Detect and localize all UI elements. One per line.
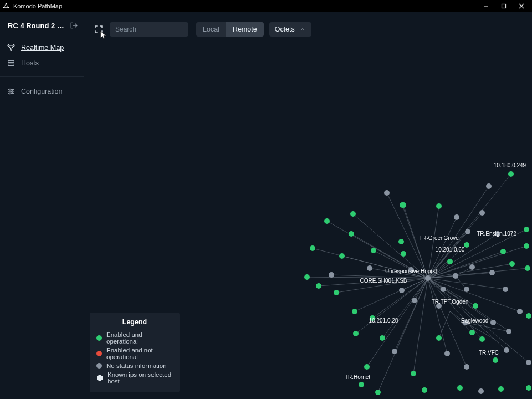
graph-node[interactable] xyxy=(316,283,321,289)
svg-line-31 xyxy=(382,278,428,338)
graph-node[interactable] xyxy=(465,229,470,234)
exit-icon[interactable] xyxy=(69,21,78,30)
graph-node-label: TR-GreenGrove xyxy=(419,235,459,241)
graph-node[interactable] xyxy=(486,183,492,189)
graph-node[interactable] xyxy=(401,202,406,208)
window-minimize-button[interactable] xyxy=(478,1,494,12)
graph-node[interactable] xyxy=(392,349,397,354)
graph-node[interactable] xyxy=(412,298,417,303)
graph-node[interactable] xyxy=(399,288,405,293)
graph-node[interactable] xyxy=(350,211,356,217)
graph-node[interactable] xyxy=(398,239,404,244)
graph-node[interactable] xyxy=(517,309,523,314)
svg-point-8 xyxy=(13,45,14,47)
graph-node[interactable] xyxy=(469,330,475,335)
mode-local-button[interactable]: Local xyxy=(196,22,226,37)
sidebar-item-configuration[interactable]: Configuration xyxy=(0,84,84,99)
legend-panel: Legend Enabled and operational Enabled a… xyxy=(90,313,180,392)
graph-node[interactable] xyxy=(304,274,310,280)
graph-node-label: CORE.SH001.KSB xyxy=(360,278,407,284)
graph-node[interactable] xyxy=(526,360,531,365)
svg-line-35 xyxy=(378,278,428,392)
graph-node[interactable] xyxy=(411,371,416,376)
graph-node[interactable] xyxy=(464,364,469,370)
svg-point-17 xyxy=(9,93,11,94)
mode-toggle: Local Remote xyxy=(196,22,264,37)
legend-title: Legend xyxy=(96,318,173,326)
graph-node[interactable] xyxy=(453,273,458,279)
dot-green-icon xyxy=(96,335,102,341)
graph-node[interactable] xyxy=(526,385,531,391)
graph-node[interactable] xyxy=(498,386,504,392)
legend-row-not-operational: Enabled and not operational xyxy=(96,346,173,361)
graph-node[interactable] xyxy=(324,218,330,224)
graph-node[interactable] xyxy=(478,388,484,394)
graph-node[interactable] xyxy=(457,385,463,391)
graph-node[interactable] xyxy=(464,287,469,292)
graph-node[interactable] xyxy=(371,248,376,253)
graph-node[interactable] xyxy=(384,190,390,196)
graph-node-label: TR.TPT.Ogden xyxy=(432,299,469,305)
graph-node[interactable] xyxy=(436,335,442,341)
graph-node[interactable] xyxy=(489,270,495,275)
graph-node[interactable] xyxy=(359,382,364,387)
graph-node[interactable] xyxy=(524,243,529,249)
graph-node[interactable] xyxy=(380,335,385,341)
graph-node[interactable] xyxy=(329,272,334,278)
graph-node[interactable] xyxy=(441,287,446,292)
hosts-icon xyxy=(7,59,16,68)
graph-node[interactable] xyxy=(504,347,509,353)
window-close-button[interactable] xyxy=(513,1,530,12)
window-titlebar: Komodo PathMap xyxy=(0,0,532,12)
graph-node[interactable] xyxy=(352,309,357,314)
graph-node[interactable] xyxy=(436,203,442,209)
search-input[interactable] xyxy=(110,22,188,37)
graph-node[interactable] xyxy=(490,320,496,325)
sidebar-item-realtime-map[interactable]: Realtime Map xyxy=(0,40,84,55)
graph-node[interactable] xyxy=(375,390,381,395)
graph-node[interactable] xyxy=(364,364,370,370)
graph-node[interactable] xyxy=(509,261,515,267)
svg-point-7 xyxy=(8,45,9,47)
project-name[interactable]: RC 4 Round 2 Te... xyxy=(8,22,67,30)
graph-node[interactable] xyxy=(526,313,531,319)
sidebar-item-hosts[interactable]: Hosts xyxy=(0,55,84,71)
graph-node[interactable] xyxy=(500,249,506,254)
graph-node[interactable] xyxy=(444,351,450,356)
graph-node[interactable] xyxy=(425,275,431,281)
svg-line-64 xyxy=(415,278,428,300)
graph-node[interactable] xyxy=(401,251,406,257)
mode-remote-button[interactable]: Remote xyxy=(226,22,264,37)
graph-node[interactable] xyxy=(493,357,498,363)
fullscreen-button[interactable] xyxy=(92,23,105,36)
settings-icon xyxy=(7,87,16,96)
graph-node[interactable] xyxy=(479,336,485,342)
graph-node[interactable] xyxy=(349,231,354,237)
graph-node[interactable] xyxy=(503,287,508,292)
graph-node[interactable] xyxy=(473,303,478,309)
graph-node[interactable] xyxy=(506,329,511,334)
graph-node[interactable] xyxy=(469,264,475,270)
graph-node[interactable] xyxy=(464,242,469,248)
graph-node[interactable] xyxy=(508,171,514,177)
graph-node[interactable] xyxy=(367,265,372,271)
graph-node[interactable] xyxy=(479,210,485,216)
graph-node[interactable] xyxy=(422,387,427,393)
graph-node[interactable] xyxy=(525,265,530,271)
graph-node[interactable] xyxy=(447,259,453,264)
graph-node[interactable] xyxy=(353,331,359,336)
legend-row-operational: Enabled and operational xyxy=(96,330,173,346)
main-panel: Local Remote Octets 10.180.0.249TR.Ensig… xyxy=(84,12,532,399)
graph-node[interactable] xyxy=(334,290,339,295)
svg-line-59 xyxy=(403,205,428,278)
app-title: Komodo PathMap xyxy=(13,3,62,9)
window-maximize-button[interactable] xyxy=(495,1,512,12)
legend-row-known-ips: Known ips on selected host xyxy=(96,370,173,386)
graph-node[interactable] xyxy=(310,245,315,251)
graph-node[interactable] xyxy=(339,253,345,259)
graph-node-label: TR.Hornet xyxy=(345,374,370,380)
graph-node[interactable] xyxy=(454,214,459,220)
grouping-dropdown[interactable]: Octets xyxy=(269,22,311,37)
svg-rect-4 xyxy=(502,4,506,8)
graph-node[interactable] xyxy=(524,227,529,232)
